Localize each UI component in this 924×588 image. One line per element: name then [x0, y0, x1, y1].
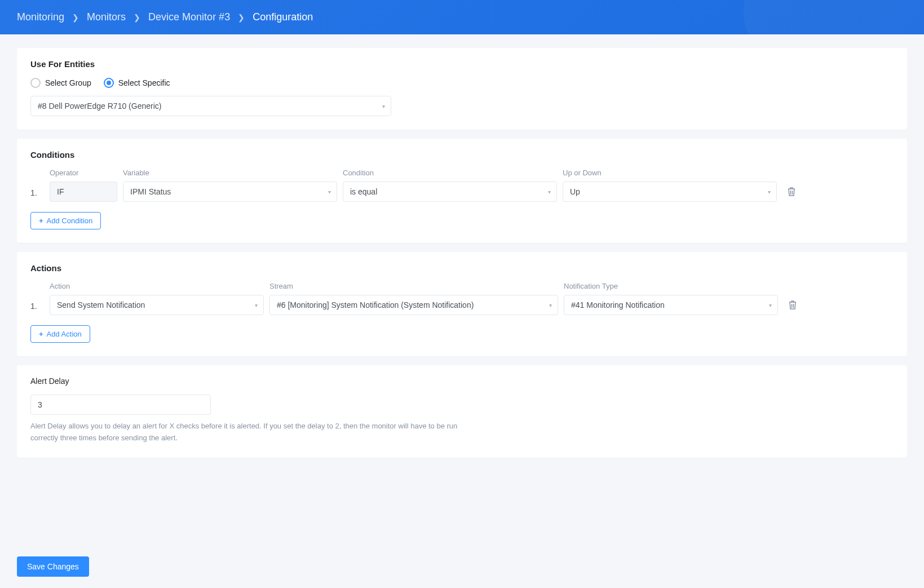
condition-variable-value: IPMI Status: [130, 187, 171, 196]
conditions-title: Conditions: [30, 150, 894, 160]
col-header-variable: Variable: [123, 169, 337, 177]
caret-down-icon: ▾: [328, 189, 331, 195]
col-header-stream: Stream: [269, 282, 558, 290]
conditions-card: Conditions Operator Variable Condition U…: [17, 139, 907, 243]
alert-delay-input[interactable]: [30, 395, 211, 415]
add-action-button[interactable]: + Add Action: [30, 325, 90, 343]
entities-title: Use For Entities: [30, 59, 894, 69]
radio-icon: [30, 78, 41, 88]
condition-operator-value: IF: [57, 187, 64, 196]
entities-card: Use For Entities Select Group Select Spe…: [17, 48, 907, 130]
alert-delay-title: Alert Delay: [30, 377, 894, 386]
col-header-updown: Up or Down: [563, 169, 777, 177]
radio-icon: [104, 78, 114, 88]
trash-icon: [787, 187, 796, 197]
add-condition-label: Add Condition: [47, 216, 93, 225]
add-condition-button[interactable]: + Add Condition: [30, 212, 101, 229]
action-stream-select[interactable]: #6 [Monitoring] System Notification (Sys…: [269, 295, 558, 315]
radio-select-group[interactable]: Select Group: [30, 78, 91, 88]
condition-condition-select[interactable]: is equal ▾: [343, 182, 557, 202]
delete-action-button[interactable]: [784, 295, 802, 315]
action-notification-type-value: #41 Monitoring Notification: [571, 300, 665, 310]
breadcrumb-link-device-monitor[interactable]: Device Monitor #3: [148, 11, 230, 23]
caret-down-icon: ▾: [769, 302, 772, 308]
header-banner: Monitoring ❯ Monitors ❯ Device Monitor #…: [0, 0, 924, 34]
col-header-condition: Condition: [343, 169, 557, 177]
alert-delay-helper: Alert Delay allows you to delay an alert…: [30, 421, 481, 444]
radio-select-specific[interactable]: Select Specific: [104, 78, 170, 88]
breadcrumb-link-monitoring[interactable]: Monitoring: [17, 11, 64, 23]
col-header-action: Action: [50, 282, 264, 290]
caret-down-icon: ▾: [548, 189, 551, 195]
action-action-select[interactable]: Send System Notification ▾: [50, 295, 264, 315]
action-row-num: 1.: [30, 302, 44, 315]
condition-condition-value: is equal: [350, 187, 377, 196]
entities-select[interactable]: #8 Dell PowerEdge R710 (Generic) ▾: [30, 96, 391, 116]
condition-variable-select[interactable]: IPMI Status ▾: [123, 182, 337, 202]
breadcrumb: Monitoring ❯ Monitors ❯ Device Monitor #…: [17, 11, 907, 23]
chevron-right-icon: ❯: [72, 13, 79, 22]
entities-radio-row: Select Group Select Specific: [30, 78, 894, 88]
alert-delay-card: Alert Delay Alert Delay allows you to de…: [17, 365, 907, 458]
col-header-notification-type: Notification Type: [564, 282, 778, 290]
add-action-label: Add Action: [47, 330, 82, 338]
radio-label: Select Group: [45, 78, 91, 87]
col-header-operator: Operator: [50, 169, 117, 177]
action-stream-value: #6 [Monitoring] System Notification (Sys…: [277, 300, 474, 310]
radio-label: Select Specific: [118, 78, 170, 87]
caret-down-icon: ▾: [255, 302, 258, 308]
caret-down-icon: ▾: [382, 103, 385, 109]
condition-updown-value: Up: [570, 187, 580, 196]
actions-title: Actions: [30, 263, 894, 273]
condition-updown-select[interactable]: Up ▾: [563, 182, 777, 202]
delete-condition-button[interactable]: [782, 182, 801, 202]
action-action-value: Send System Notification: [57, 300, 145, 310]
condition-row-num: 1.: [30, 188, 44, 202]
caret-down-icon: ▾: [768, 189, 771, 195]
caret-down-icon: ▾: [549, 302, 552, 308]
plus-icon: +: [39, 216, 43, 225]
entities-select-value: #8 Dell PowerEdge R710 (Generic): [38, 101, 161, 110]
condition-operator-field: IF: [50, 182, 117, 202]
trash-icon: [788, 300, 797, 310]
plus-icon: +: [39, 330, 43, 338]
breadcrumb-link-monitors[interactable]: Monitors: [87, 11, 126, 23]
action-notification-type-select[interactable]: #41 Monitoring Notification ▾: [564, 295, 778, 315]
chevron-right-icon: ❯: [134, 13, 140, 22]
chevron-right-icon: ❯: [238, 13, 245, 22]
actions-card: Actions Action Stream Notification Type …: [17, 252, 907, 356]
breadcrumb-current: Configuration: [253, 11, 313, 23]
